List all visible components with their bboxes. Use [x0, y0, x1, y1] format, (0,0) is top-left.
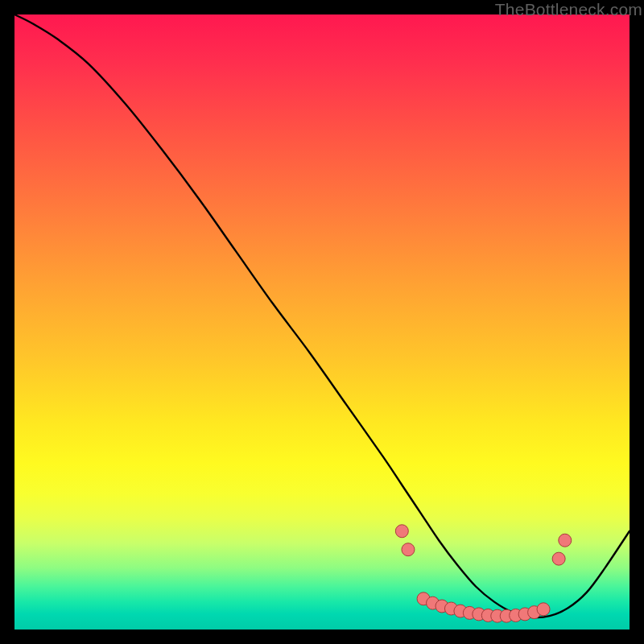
marker-dot [537, 603, 550, 616]
plot-area [14, 14, 630, 630]
marker-dot [402, 543, 415, 556]
marker-dot [559, 534, 572, 547]
marker-group [395, 525, 571, 622]
marker-dot [395, 525, 408, 538]
curve-line [14, 14, 630, 617]
chart-stage: TheBottleneck.com [0, 0, 644, 644]
chart-overlay [14, 14, 630, 630]
watermark-text: TheBottleneck.com [495, 0, 642, 19]
marker-dot [552, 552, 565, 565]
